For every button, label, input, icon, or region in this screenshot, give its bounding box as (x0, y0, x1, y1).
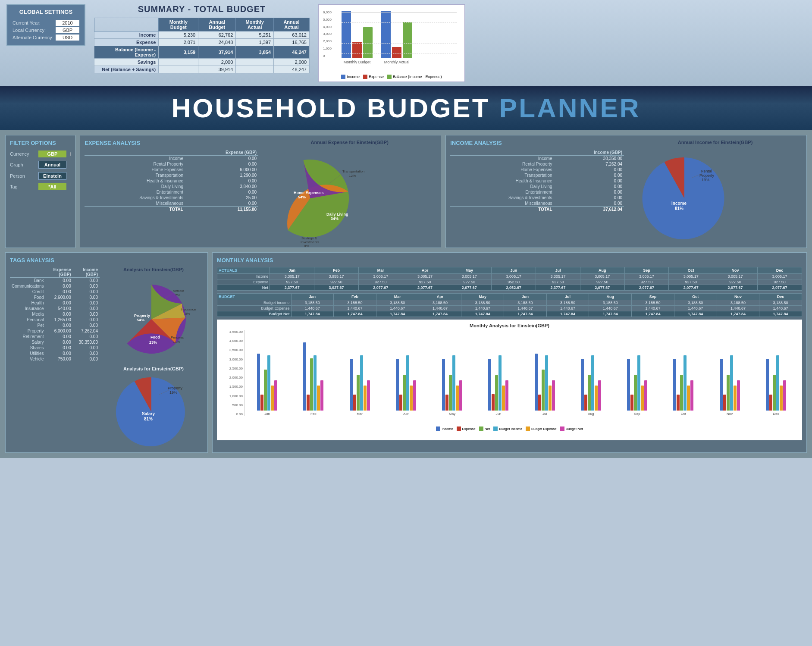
monthly-bar-chart: Monthly Analysis for Einstein(GBP) 4,500… (217, 320, 802, 440)
expense-pie-chart: Home Expenses 54% Daily Living 34% Trans… (263, 147, 375, 241)
month-may-h: May (447, 267, 492, 274)
graph-filter: Graph Annual (10, 161, 71, 169)
income-row-label: Savings & Investments (450, 195, 554, 201)
net-annual-actual: 48,247 (274, 66, 310, 73)
income-table-section: INCOME ANALYSIS Income (GBP) Income30,35… (450, 140, 624, 243)
col-monthly-budget: Monthly Budget (159, 18, 198, 31)
expense-row-label: Daily Living (85, 184, 185, 189)
income-analysis-title: INCOME ANALYSIS (450, 140, 624, 146)
actuals-table: ACTUALS Jan Feb Mar Apr May Jun Jul Aug … (217, 267, 802, 291)
monthly-budget-group: Monthly Budget (342, 11, 373, 64)
balance-monthly-actual: 3,854 (236, 46, 274, 59)
balance-monthly-budget-bar (363, 27, 373, 58)
income-analysis-panel: INCOME ANALYSIS Income (GBP) Income30,35… (445, 135, 807, 248)
income-row-value: 30,350.00 (554, 156, 624, 162)
summary-section: SUMMARY - TOTAL BUDGET . Monthly Budget … (94, 4, 310, 73)
svg-text:19%: 19% (702, 178, 709, 182)
summary-table: . Monthly Budget Annual Budget Monthly A… (94, 18, 310, 73)
income-annual-actual: 63,012 (274, 31, 310, 39)
monthly-actual-label: Monthly Actual (384, 60, 410, 64)
savings-annual-actual: 2,000 (274, 59, 310, 66)
top-section: GLOBAL SETTINGS Current Year: 2010 Local… (0, 0, 812, 86)
expense-annual-actual: 16,765 (274, 39, 310, 46)
svg-text:Property: Property (168, 386, 183, 390)
tags-row: Health0.000.00 (10, 300, 100, 306)
tags-row: Salary0.0030,350.00 (10, 339, 100, 345)
person-filter-value[interactable]: Einstein (38, 172, 66, 180)
currency-filter-value[interactable]: GBP (38, 151, 66, 157)
mbc-month: May (430, 355, 475, 416)
y-axis-labels: 6,0005,0004,0003,0002,0001,0000 (323, 10, 332, 58)
income-row-label: Entertainment (450, 189, 554, 195)
tags-row: Communications0.000.00 (10, 283, 100, 289)
tags-income-header: Income (GBP) (73, 267, 100, 278)
income-row-label: Health & Insurance (450, 178, 554, 184)
expense-label: Expense (94, 39, 159, 46)
balance-label: Balance (Income - Expense) (94, 46, 159, 59)
tags-table-section: Expense (GBP) Income (GBP) Bank0.000.00C… (10, 267, 100, 448)
expense-row-value: 0.00 (185, 201, 258, 207)
dashboard: FILTER OPTIONS Currency GBP i Graph Annu… (0, 130, 812, 458)
balance-monthly-actual-bar (403, 22, 412, 58)
income-row-value: 0.00 (554, 189, 624, 195)
current-year-label: Current Year: (13, 20, 56, 25)
tags-pie2-section: Analysis for Einstein(GBP) Salary 81% Pr… (104, 366, 203, 448)
tags-layout: Expense (GBP) Income (GBP) Bank0.000.00C… (10, 267, 203, 448)
global-settings-panel: GLOBAL SETTINGS Current Year: 2010 Local… (6, 4, 85, 46)
svg-text:Vehicle: Vehicle (173, 289, 184, 293)
expense-row-value: 3,840.00 (185, 184, 258, 189)
savings-annual-budget: 2,000 (198, 59, 236, 66)
budget-table: BUDGET Jan Feb Mar Apr May Jun Jul Aug S… (217, 293, 802, 317)
expense-row-label: Health & Insurance (85, 178, 185, 184)
tag-filter-label: Tag (10, 184, 36, 189)
expense-row-label: Transportation (85, 172, 185, 178)
expense-monthly-budget: 2,071 (159, 39, 198, 46)
mbc-area: 4,500.00 4,000.00 3,500.00 3,000.00 2,50… (220, 330, 799, 425)
col-annual-actual: Annual Actual (274, 18, 310, 31)
expense-analysis-title: EXPENSE ANALYSIS (85, 140, 258, 146)
svg-text:12%: 12% (349, 174, 356, 178)
month-dec-h: Dec (758, 267, 802, 274)
graph-filter-label: Graph (10, 162, 36, 167)
svg-text:23%: 23% (149, 340, 157, 345)
monthly-analysis-panel: MONTHLY ANALYSIS ACTUALS Jan Feb Mar Apr… (212, 252, 807, 453)
svg-text:0%: 0% (304, 244, 309, 248)
svg-text:Personal: Personal (171, 336, 185, 339)
tag-filter-value[interactable]: *All (38, 183, 66, 190)
monthly-analysis-title: MONTHLY ANALYSIS (217, 257, 802, 263)
current-year-row: Current Year: 2010 (13, 20, 79, 26)
svg-text:Transportation: Transportation (342, 169, 364, 173)
month-mar-h: Mar (358, 267, 403, 274)
svg-text:Salary: Salary (142, 411, 155, 416)
person-filter-label: Person (10, 173, 36, 179)
expense-row-label: Rental Property (85, 161, 185, 167)
expense-col-header: Expense (GBP) (185, 150, 258, 156)
expense-row-value: 6,000.00 (185, 167, 258, 172)
tags-row: Food2,600.000.00 (10, 295, 100, 300)
svg-text:Income: Income (671, 201, 687, 206)
savings-label: Savings (94, 59, 159, 66)
expense-monthly-actual-bar (392, 47, 401, 58)
mbc-month: Nov (707, 355, 752, 416)
income-row-value: 0.00 (554, 172, 624, 178)
balance-annual-actual: 46,247 (274, 46, 310, 59)
tags-row: Vehicle750.000.00 (10, 356, 100, 362)
income-monthly-budget-bar (342, 11, 351, 58)
mbc-legend: Income Expense Net Budget Income Budget … (220, 426, 799, 431)
monthly-budget-label: Monthly Budget (344, 60, 371, 64)
income-col-header: Income (GBP) (554, 150, 624, 156)
svg-text:19%: 19% (169, 390, 177, 395)
tags-row: Credit0.000.00 (10, 289, 100, 295)
tags-pies-section: Analysis for Einstein(GBP) (104, 267, 203, 448)
person-filter: Person Einstein (10, 172, 71, 180)
banner-planner: PLANNER (499, 93, 641, 123)
month-jul-h: Jul (536, 267, 580, 274)
graph-filter-value[interactable]: Annual (38, 161, 66, 169)
expense-row-value: 0.00 (185, 161, 258, 167)
tags-row: Bank0.000.00 (10, 278, 100, 284)
income-monthly-actual-bar (381, 11, 391, 58)
tags-expense-header: Expense (GBP) (45, 267, 72, 278)
balance-annual-budget: 37,914 (198, 46, 236, 59)
month-nov-h: Nov (713, 267, 758, 274)
local-currency-label: Local Currency: (13, 28, 56, 33)
